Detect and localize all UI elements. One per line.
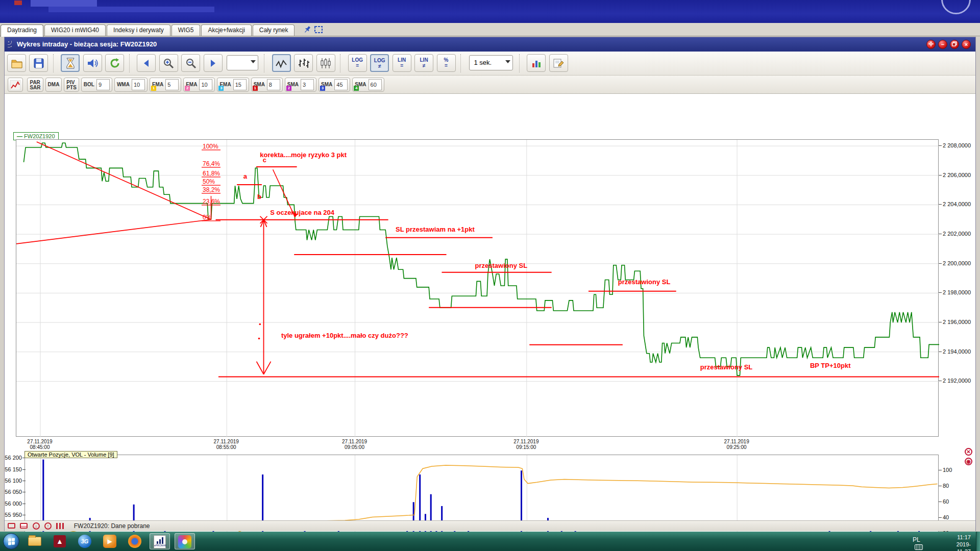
titlebar-grip[interactable] (8, 41, 12, 48)
line-chart-type-button[interactable] (272, 54, 291, 72)
window-titlebar[interactable]: Wykres intraday - bieżąca sesja: FW20Z19… (5, 37, 975, 52)
indicator-value[interactable]: 45 (334, 79, 348, 90)
svg-text:BP TP+10pkt: BP TP+10pkt (810, 362, 851, 369)
session-time-button[interactable] (61, 54, 80, 72)
window-settings-button[interactable] (926, 40, 936, 49)
explorer-icon (28, 537, 41, 546)
edit-chart-button[interactable] (549, 54, 568, 72)
taskbar-firefox-button[interactable] (125, 533, 145, 549)
status-bar: ↓ ↑ FW20Z1920: Dane pobrane (5, 520, 975, 531)
indicator-label: PIVPTS (66, 79, 76, 90)
scale-sub: ≠ (423, 63, 426, 68)
indicator-sma-60[interactable]: SMA604 (352, 78, 384, 92)
indicator-value[interactable]: 8 (267, 79, 280, 90)
close-panel-icon[interactable]: ✕ (965, 448, 972, 456)
indicator-toolbar: PARSARDMAPIVPTSBOL9WMA10EMA51EMA102EMA15… (5, 76, 975, 94)
indicator-sma-45[interactable]: SMA453 (318, 78, 350, 92)
window-restore-button[interactable] (950, 40, 959, 49)
indicator-value[interactable]: 10 (199, 79, 212, 90)
scale-label: LOG (352, 57, 363, 63)
tray-clock[interactable]: 11:17 2019-11-27 (957, 534, 971, 551)
refresh-button[interactable] (105, 54, 124, 72)
interval-select[interactable]: 1 sek. (469, 55, 513, 70)
zoom-range-select[interactable] (227, 55, 258, 70)
indicator-value[interactable]: 9 (96, 79, 110, 90)
indicator-ema-5[interactable]: EMA51 (150, 78, 181, 92)
pin-icon[interactable] (303, 25, 312, 34)
scale-percent-button[interactable]: % = (437, 54, 456, 72)
indicator-value[interactable]: 15 (233, 79, 247, 90)
scale-log-neq-button[interactable]: LOG ≠ (370, 54, 389, 72)
indicator-color-badge: 1 (253, 86, 258, 91)
window-minimize-button[interactable]: − (938, 40, 947, 49)
taskbar-3g-button[interactable]: 3G (75, 533, 95, 549)
indicator-value[interactable]: 3 (301, 79, 314, 90)
keyboard-icon[interactable] (915, 544, 923, 550)
indicator-sma-3[interactable]: SMA32 (285, 78, 316, 92)
zoom-out-button[interactable] (181, 54, 200, 72)
indicator-label: BOL (84, 79, 94, 87)
indicator-piv-pts[interactable]: PIVPTS (64, 78, 79, 92)
draw-trend-button[interactable] (8, 78, 23, 92)
media-player-icon: ▶ (103, 535, 116, 548)
indicator-ema-10[interactable]: EMA102 (183, 78, 215, 92)
ohlc-chart-type-button[interactable] (294, 54, 313, 72)
taskbar: ▲ 3G ▶ ePROMAK PL ▲ ⚑ (0, 532, 980, 551)
printer-icon[interactable] (20, 523, 28, 529)
scroll-left-button[interactable] (137, 54, 156, 72)
show-desktop-button[interactable] (976, 532, 980, 551)
price-axis-label: 2 196,0000 (943, 319, 971, 325)
tab-indeksy-i-derywaty[interactable]: Indeksy i derywaty (107, 24, 170, 36)
scale-lin-neq-button[interactable]: LIN ≠ (414, 54, 433, 72)
zoom-in-button[interactable] (159, 54, 178, 72)
indicator-value[interactable]: 10 (132, 79, 145, 90)
indicator-par-sar[interactable]: PARSAR (27, 78, 43, 92)
monitor-icon[interactable] (8, 523, 15, 529)
tab-daytrading[interactable]: Daytrading (1, 24, 43, 37)
chart-style-button[interactable] (527, 54, 546, 72)
window-title: Wykres intraday - bieżąca sesja: FW20Z19… (17, 40, 157, 48)
indicator-label: PARSAR (30, 79, 40, 90)
save-button[interactable] (29, 54, 48, 72)
upload-icon[interactable]: ↑ (44, 522, 52, 530)
taskbar-explorer-button[interactable] (24, 533, 45, 549)
tab-wig20-i-mwig40[interactable]: WIG20 i mWIG40 (44, 24, 106, 36)
indicator-value[interactable]: 5 (165, 79, 179, 90)
time-axis-label: 27.11.201908:55:00 (206, 439, 247, 450)
record-panel-icon[interactable]: ◉ (965, 458, 972, 465)
tab-ca-y-rynek[interactable]: Cały rynek (253, 24, 295, 36)
price-chart-plot[interactable]: 100%76,4%61,8%50%38,2%23,6%0%korekta....… (16, 139, 939, 437)
quotes-icon[interactable] (56, 523, 64, 529)
scroll-right-button[interactable] (204, 54, 223, 72)
tab-wig5[interactable]: WIG5 (172, 24, 201, 36)
sound-alert-button[interactable] (83, 54, 102, 72)
time-axis-label: 27.11.201908:45:00 (19, 439, 60, 450)
indicator-sma-8[interactable]: SMA81 (251, 78, 283, 92)
taskbar-acrobat-button[interactable]: ▲ (50, 533, 70, 549)
tab-akcje-fwakcji[interactable]: Akcje+fwakcji (201, 24, 251, 36)
maximize-layout-icon[interactable] (314, 25, 323, 34)
candlestick-chart-type-button[interactable] (316, 54, 335, 72)
indicator-value[interactable]: 60 (369, 79, 382, 90)
language-indicator[interactable]: PL (913, 536, 920, 543)
svg-text:korekta....moje ryzyko 3 pkt: korekta....moje ryzyko 3 pkt (260, 151, 347, 159)
window-close-button[interactable]: × (962, 40, 971, 49)
indicator-bol-9[interactable]: BOL9 (81, 78, 112, 92)
open-file-button[interactable] (7, 54, 26, 72)
start-button[interactable] (3, 533, 19, 549)
indicator-ema-15[interactable]: EMA153 (217, 78, 249, 92)
taskbar-graphics-button[interactable] (175, 533, 195, 549)
download-icon[interactable]: ↓ (33, 522, 40, 530)
taskbar-media-player-button[interactable]: ▶ (100, 533, 120, 549)
scale-lin-eq-button[interactable]: LIN = (393, 54, 411, 72)
oi-axis-label: 56 000 (5, 500, 22, 507)
time-axis-label: 27.11.201909:05:00 (334, 439, 375, 450)
taskbar-epromak-button[interactable]: ePROMAK (150, 533, 170, 549)
tabs: DaytradingWIG20 i mWIG40Indeksy i derywa… (0, 25, 295, 34)
indicator-color-badge: 2 (185, 86, 190, 91)
price-axis-label: 2 202,0000 (943, 231, 971, 237)
indicator-dma[interactable]: DMA (45, 78, 62, 92)
indicator-wma-10[interactable]: WMA10 (114, 78, 148, 92)
scale-log-eq-button[interactable]: LOG = (348, 54, 367, 72)
indicator-color-badge: 2 (286, 86, 291, 91)
